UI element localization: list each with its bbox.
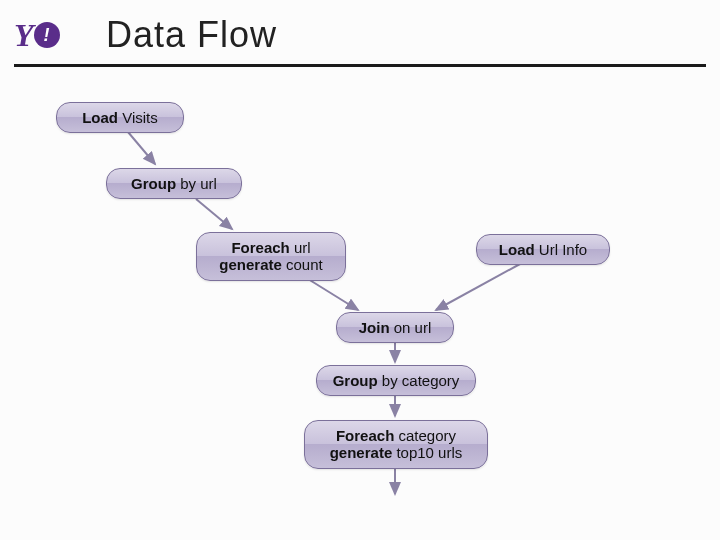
node-group-by-category: Group by category [316, 365, 476, 396]
keyword: generate [219, 256, 286, 273]
arg: on url [394, 319, 432, 336]
arg: by category [382, 372, 460, 389]
header-divider [14, 64, 706, 67]
page-title: Data Flow [106, 14, 277, 56]
arg: by url [180, 175, 217, 192]
yahoo-logo: Y ! [14, 14, 92, 56]
svg-line-0 [128, 132, 155, 164]
svg-line-3 [436, 264, 520, 310]
keyword: Group [131, 175, 180, 192]
svg-line-1 [196, 199, 232, 229]
node-foreach-url: Foreach url generate count [196, 232, 346, 281]
arg: category [398, 427, 456, 444]
node-join-on-url: Join on url [336, 312, 454, 343]
node-load-urlinfo: Load Url Info [476, 234, 610, 265]
keyword: Load [499, 241, 539, 258]
keyword: Load [82, 109, 122, 126]
logo-exclaim-icon: ! [34, 22, 60, 48]
node-foreach-category: Foreach category generate top10 urls [304, 420, 488, 469]
node-group-by-url: Group by url [106, 168, 242, 199]
keyword: Foreach [336, 427, 399, 444]
keyword: generate [330, 444, 397, 461]
arg: url [294, 239, 311, 256]
arg: Visits [122, 109, 158, 126]
keyword: Join [359, 319, 394, 336]
node-load-visits: Load Visits [56, 102, 184, 133]
arg: Url Info [539, 241, 587, 258]
keyword: Foreach [231, 239, 294, 256]
header: Y ! Data Flow [14, 6, 706, 64]
arg: count [286, 256, 323, 273]
arg: top10 urls [396, 444, 462, 461]
logo-y-glyph: Y [14, 17, 32, 54]
keyword: Group [333, 372, 382, 389]
